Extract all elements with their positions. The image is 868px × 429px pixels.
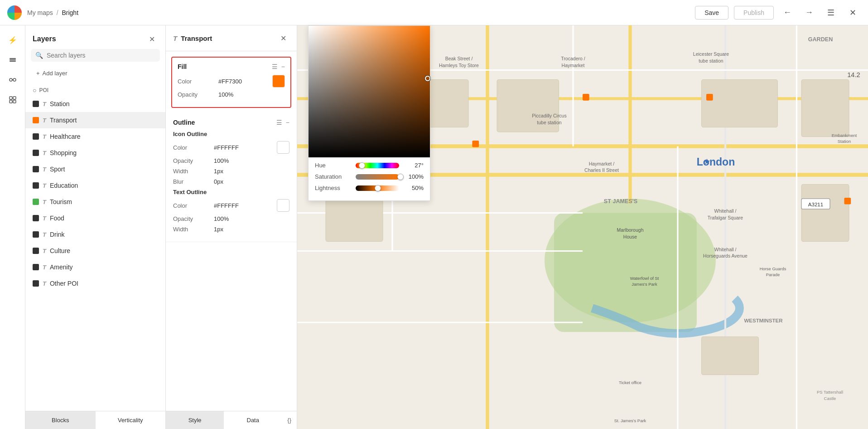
layer-item[interactable]: T Other POI: [25, 275, 165, 292]
icon-color-row: Color #FFFFFF: [173, 141, 289, 154]
hue-slider[interactable]: [356, 163, 399, 168]
layer-name: Drink: [50, 231, 158, 238]
rail-puzzle-button[interactable]: [4, 91, 22, 109]
svg-text:WESTMINSTER: WESTMINSTER: [744, 318, 783, 323]
search-input[interactable]: [47, 52, 155, 59]
svg-text:A3211: A3211: [808, 202, 823, 207]
outline-settings-button[interactable]: ☰: [276, 119, 282, 126]
icon-blur-label: Blur: [173, 178, 214, 185]
icon-width-row: Width 1px: [173, 168, 289, 175]
layer-dot: [33, 248, 39, 254]
fill-minus-button[interactable]: −: [281, 63, 285, 70]
svg-text:Beak Street /: Beak Street /: [445, 56, 473, 62]
saturation-slider[interactable]: [356, 174, 399, 180]
fill-section: Fill ☰ − Color #FF7300 Opacity 100%: [171, 57, 291, 108]
svg-text:Leicester Square: Leicester Square: [693, 51, 729, 57]
json-button[interactable]: {}: [282, 413, 297, 427]
svg-point-3: [10, 78, 12, 81]
layer-name: Sport: [50, 166, 158, 173]
rail-lightning-button[interactable]: ⚡: [4, 31, 22, 49]
layers-close-button[interactable]: ✕: [145, 33, 158, 45]
layer-item[interactable]: T Tourism: [25, 194, 165, 210]
back-button[interactable]: ←: [779, 5, 796, 21]
layer-item[interactable]: T Education: [25, 177, 165, 194]
svg-rect-2: [10, 61, 16, 62]
layer-type-icon: T: [43, 150, 46, 156]
breadcrumb-sep: /: [57, 9, 58, 16]
poi-icon: ○: [33, 87, 36, 94]
layer-item[interactable]: T Station: [25, 96, 165, 112]
layer-name: Transport: [50, 117, 158, 124]
outline-section: Outline ☰ − Icon Outline Color #FFFFFF O…: [166, 113, 297, 242]
gradient-handle: [425, 76, 430, 81]
fill-opacity-row: Opacity 100%: [178, 91, 285, 98]
color-gradient[interactable]: [309, 26, 430, 157]
svg-text:Station: Station: [838, 139, 851, 144]
icon-width-label: Width: [173, 168, 214, 175]
save-button[interactable]: Save: [695, 6, 728, 20]
layer-item[interactable]: T Sport: [25, 161, 165, 177]
svg-rect-6: [10, 97, 12, 99]
outline-title: Outline: [173, 119, 195, 126]
layer-name: Healthcare: [50, 133, 158, 140]
icon-opacity-value: 100%: [214, 157, 289, 164]
layer-item[interactable]: T Amenity: [25, 259, 165, 275]
layer-item[interactable]: T Food: [25, 210, 165, 226]
rail-filter-button[interactable]: [4, 71, 22, 89]
text-color-swatch[interactable]: [277, 199, 289, 212]
layer-type-icon: T: [43, 215, 46, 222]
fill-settings-button[interactable]: ☰: [272, 63, 278, 70]
icon-color-label: Color: [173, 144, 214, 151]
lightness-row: Lightness 50%: [315, 185, 424, 191]
menu-button[interactable]: ☰: [823, 5, 839, 21]
svg-rect-71: [706, 94, 713, 101]
svg-text:Whitehall /: Whitehall /: [714, 209, 736, 214]
verticality-tab[interactable]: Verticality: [96, 411, 166, 429]
svg-text:Embankment: Embankment: [832, 133, 857, 138]
text-color-label: Color: [173, 202, 214, 209]
outline-minus-button[interactable]: −: [286, 119, 289, 126]
svg-text:Charles II Street: Charles II Street: [584, 167, 619, 173]
saturation-thumb: [397, 174, 404, 180]
layer-name: Tourism: [50, 198, 158, 205]
app-logo[interactable]: [7, 5, 22, 20]
layer-item[interactable]: T Shopping: [25, 145, 165, 161]
layer-item[interactable]: T Healthcare: [25, 128, 165, 145]
style-tab[interactable]: Style: [166, 411, 224, 429]
breadcrumb-parent[interactable]: My maps: [27, 9, 53, 16]
svg-text:Haymarket: Haymarket: [562, 63, 585, 68]
outline-header: Outline ☰ −: [173, 119, 289, 126]
rail-layers-button[interactable]: [4, 51, 22, 69]
svg-text:Ticket office: Ticket office: [619, 380, 641, 385]
layer-type-icon: T: [43, 166, 46, 173]
svg-rect-1: [10, 59, 16, 60]
add-layer-button[interactable]: + Add layer: [29, 67, 75, 79]
blocks-tab[interactable]: Blocks: [25, 411, 96, 429]
layer-dot: [33, 231, 39, 238]
icon-opacity-row: Opacity 100%: [173, 157, 289, 164]
text-width-row: Width 1px: [173, 226, 289, 233]
svg-text:ST JAMES'S: ST JAMES'S: [604, 199, 637, 205]
layer-item[interactable]: T Culture: [25, 243, 165, 259]
svg-text:Whitehall /: Whitehall /: [714, 247, 736, 252]
breadcrumb-current[interactable]: Bright: [62, 9, 78, 16]
add-layer-plus: +: [36, 70, 40, 77]
layer-dot: [33, 117, 39, 123]
forward-button[interactable]: →: [801, 5, 817, 21]
svg-text:Haymarket /: Haymarket /: [589, 161, 615, 166]
close-button[interactable]: ✕: [844, 5, 861, 21]
search-icon: 🔍: [35, 52, 43, 59]
fill-color-swatch[interactable]: [272, 75, 285, 88]
panel-close-button[interactable]: ✕: [277, 32, 289, 44]
svg-text:★: ★: [704, 157, 710, 166]
lightness-value: 50%: [404, 185, 424, 191]
layer-item[interactable]: T Transport: [25, 112, 165, 128]
lightness-slider[interactable]: [356, 185, 399, 191]
icon-color-swatch[interactable]: [277, 141, 289, 154]
layer-item[interactable]: T Drink: [25, 226, 165, 243]
data-tab[interactable]: Data: [224, 411, 282, 429]
svg-rect-32: [801, 185, 849, 242]
svg-text:Horse Guards: Horse Guards: [760, 266, 786, 271]
publish-button[interactable]: Publish: [734, 6, 774, 20]
layer-type-icon: T: [43, 182, 46, 189]
